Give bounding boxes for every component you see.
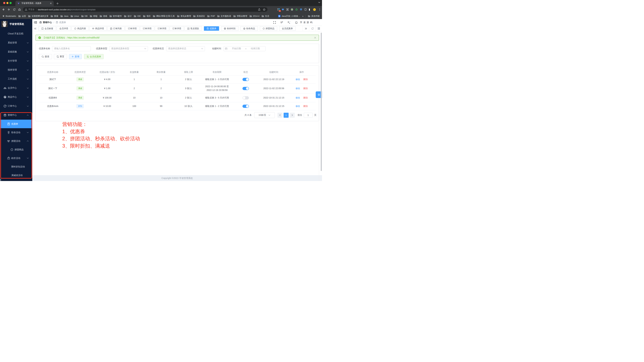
bookmark-folder[interactable]: 软件/硬件 (110, 15, 122, 18)
sidebar-item-11[interactable]: 优惠券 (0, 120, 32, 128)
bookmark-folder[interactable]: 博客未整理 (233, 15, 247, 18)
banner-close-icon[interactable] (314, 37, 316, 39)
security-label[interactable]: 不安全 (28, 8, 34, 11)
edit-link[interactable]: 修改 (296, 87, 300, 90)
tab-close-icon[interactable]: ✕ (50, 2, 52, 5)
browser-tab[interactable]: 芋道管理系统 - 优惠券 ✕ (15, 1, 54, 6)
tab-14[interactable]: 拼团商品 (260, 26, 277, 31)
bookmark-folder[interactable]: 资讯未整理 (177, 15, 191, 18)
back-button[interactable] (1, 7, 6, 12)
next-page-button[interactable] (290, 113, 295, 118)
sidebar-item-16[interactable]: 限时折扣活动 (0, 162, 32, 171)
prev-page-button[interactable] (278, 113, 282, 118)
bookmark-folder[interactable]: 运营 (18, 15, 26, 18)
font-size-icon[interactable]: TT (278, 21, 286, 24)
tab-15[interactable]: 会员优惠券 (279, 26, 296, 31)
sidebar-item-10[interactable]: 营销中心 (0, 111, 32, 120)
coupon-status-select[interactable]: 请选择优惠券状态 (166, 46, 205, 51)
zoom-window-button[interactable] (10, 2, 12, 4)
bookmark-folder[interactable]: 网站/博客/文章/工具 (153, 15, 175, 18)
edit-link[interactable]: 修改 (296, 105, 300, 107)
tab-3[interactable]: 商品列表 (72, 26, 89, 31)
forward-button[interactable] (6, 7, 11, 12)
sidebar-item-2[interactable]: 系统管理 (0, 38, 32, 47)
bookmark-folder[interactable]: 2014-4 (250, 15, 260, 17)
sidebar-scrollbar-thumb[interactable] (0, 179, 1, 181)
notification-bell-icon[interactable] (293, 21, 300, 24)
sidebar-item-7[interactable]: 会员中心 (0, 84, 32, 93)
bookmark-folder[interactable]: 文件服务器 (217, 15, 231, 18)
bookmark-folder[interactable]: 近期需要读的文章 (28, 15, 48, 18)
language-icon[interactable]: 文A (286, 21, 293, 24)
coupon-name-input[interactable]: 请输入优惠券名 (52, 46, 91, 51)
bookmark-folder[interactable]: 设计 (124, 15, 132, 18)
sidebar-item-14[interactable]: 拼团商品 (0, 145, 32, 154)
main-scrollbar-thumb[interactable] (321, 33, 322, 171)
refresh-page-icon[interactable] (309, 26, 316, 31)
goto-page-input[interactable]: 1 (304, 113, 313, 118)
sidebar-item-5[interactable]: 报表管理 (0, 65, 32, 75)
bookmark-folder[interactable]: 其他语言 (193, 15, 205, 18)
minimize-window-button[interactable] (6, 2, 8, 4)
profile-avatar-icon[interactable] (313, 8, 316, 11)
tab-search-chevron-icon[interactable] (318, 1, 320, 4)
bookmark-star-icon[interactable] (263, 8, 266, 11)
new-tab-button[interactable] (56, 2, 59, 5)
app-logo[interactable]: 芋道管理系统 (0, 19, 32, 29)
bookmark-site[interactable]: B Java开发 | 小组首... (278, 15, 300, 18)
status-toggle[interactable] (242, 96, 249, 100)
search-button[interactable]: 搜索 (39, 54, 52, 59)
sidebar-item-13[interactable]: 拼团活动 (0, 137, 32, 145)
fullscreen-icon[interactable] (271, 21, 278, 24)
tab-13[interactable]: 秒杀商品 (240, 26, 258, 31)
bookmark-folder[interactable]: Linux (70, 15, 79, 17)
delete-link[interactable]: 删除 (303, 78, 308, 81)
edit-link[interactable]: 修改 (296, 96, 300, 99)
status-toggle[interactable] (242, 105, 249, 108)
sidebar-item-1[interactable]: Cloud 开发文档 (0, 29, 32, 38)
extension-star-icon[interactable] (295, 8, 298, 11)
bookmark-folder[interactable]: 生活 (262, 15, 269, 18)
delete-link[interactable]: 删除 (303, 96, 308, 99)
tags-scroll-right-icon[interactable] (303, 26, 309, 31)
extension-command-icon[interactable] (286, 8, 289, 11)
bookmark-folder[interactable]: 前端 (90, 15, 98, 18)
sidebar-item-17[interactable]: 满减送活动 (0, 171, 32, 180)
coupon-type-select[interactable]: 请选择优惠券类型 (109, 46, 148, 51)
tab-12[interactable]: 秒杀时段 (221, 26, 238, 31)
status-toggle[interactable] (242, 78, 249, 81)
banner-link[interactable]: https://doc.iocoder.cn/mall/build/ (68, 36, 100, 39)
member-coupon-button[interactable]: 会员优惠券 (84, 54, 104, 59)
extension-layers-icon[interactable] (300, 8, 302, 11)
current-user[interactable]: 芋道源码 (300, 21, 314, 24)
sidebar-item-12[interactable]: 秒杀活动 (0, 128, 32, 137)
layout-grid-icon[interactable] (316, 26, 322, 31)
tab-1[interactable]: 会员标签 (39, 26, 56, 31)
sidebar-item-15[interactable]: 砍价活动 (0, 154, 32, 162)
share-icon[interactable] (258, 8, 260, 11)
sidebar-item-4[interactable]: 支付管理 (0, 56, 32, 65)
bookmark-folder[interactable]: IDE (134, 15, 141, 17)
delete-link[interactable]: 删除 (303, 105, 308, 107)
tab-10[interactable]: 售后退款 (184, 26, 202, 31)
close-window-button[interactable] (3, 2, 5, 4)
tab-7[interactable]: 订单详情 (140, 26, 154, 31)
bookmark-folder[interactable]: PHP (207, 15, 215, 17)
extension-splitscreen-icon[interactable] (308, 8, 311, 11)
tab-2[interactable]: 会员详情 (56, 26, 71, 31)
home-button[interactable] (17, 7, 22, 12)
breadcrumb-section[interactable]: 营销中心 (43, 21, 52, 24)
bookmark-folder[interactable]: 搜索 (50, 15, 58, 18)
tab-6[interactable]: 订单详情 (125, 26, 140, 31)
tab-5[interactable]: 订单列表 (107, 26, 124, 31)
extension-circle-icon[interactable] (290, 8, 293, 11)
sidebar-item-3[interactable]: 基础设施 (0, 47, 32, 56)
extension-diamond-icon[interactable] (282, 8, 284, 11)
tags-scroll-left-icon[interactable] (32, 26, 38, 31)
page-1-button[interactable]: 1 (284, 113, 288, 118)
sidebar-collapse-icon[interactable] (34, 21, 37, 24)
tab-9[interactable]: 订单详情 (170, 26, 184, 31)
tab-8[interactable]: 订单详情 (155, 26, 169, 31)
sidebar-item-8[interactable]: 商品中心 (0, 93, 32, 102)
bookmarks-manager[interactable]: Bookmarks (2, 15, 16, 17)
